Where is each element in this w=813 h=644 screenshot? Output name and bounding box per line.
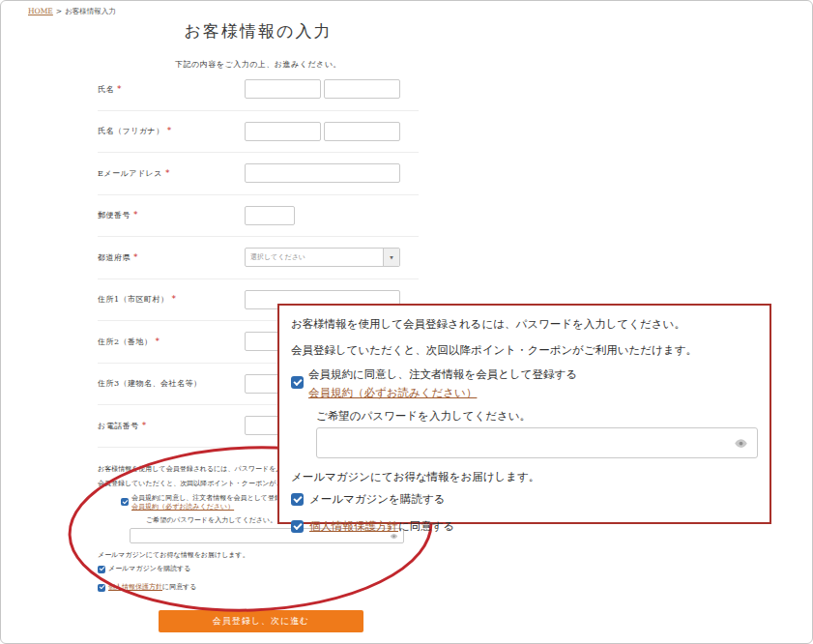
- zoom-password-label: ご希望のパスワードを入力してください。: [316, 409, 758, 424]
- prefecture-label: 都道府県*: [98, 252, 245, 263]
- email-input[interactable]: [245, 163, 400, 183]
- email-label: Eメールアドレス*: [98, 168, 245, 179]
- required-mark: *: [133, 210, 138, 220]
- chevron-down-icon[interactable]: ▼: [383, 249, 399, 266]
- privacy-label: 個人情報保護方針に同意する: [108, 583, 197, 592]
- required-mark: *: [165, 168, 170, 178]
- zoom-privacy-policy-link[interactable]: 個人情報保護方針: [309, 519, 398, 533]
- zoom-eye-icon[interactable]: [734, 436, 748, 454]
- breadcrumb-separator: >: [56, 7, 62, 15]
- required-mark: *: [142, 421, 147, 430]
- terms-agree-label: 会員規約に同意し、注文者情報を会員として登録する: [131, 494, 295, 503]
- kana-label: 氏名（フリガナ）*: [98, 126, 245, 136]
- zoom-privacy-checkbox[interactable]: [291, 520, 304, 533]
- page-header: お客様情報の入力 下記の内容をご入力の上、お進みください。: [98, 20, 419, 70]
- privacy-checkbox[interactable]: [98, 584, 105, 592]
- required-mark: *: [167, 126, 172, 135]
- zoom-member-benefit-text: 会員登録していただくと、次回以降ポイント・クーポンがご利用いただけます。: [291, 343, 758, 358]
- form-row-email: Eメールアドレス*: [98, 153, 419, 195]
- zoom-terms-link[interactable]: 会員規約（必ずお読みください）: [308, 386, 477, 400]
- address2-label: 住所2（番地）*: [98, 337, 245, 347]
- zoom-password-input[interactable]: [316, 427, 758, 458]
- last-name-kana-input[interactable]: [245, 122, 321, 141]
- breadcrumb-home-link[interactable]: HOME: [28, 7, 53, 15]
- newsletter-checkbox[interactable]: [98, 566, 105, 573]
- register-and-next-button[interactable]: 会員登録し、次に進む: [159, 610, 363, 632]
- form-row-kana: 氏名（フリガナ）*: [98, 111, 419, 154]
- terms-link[interactable]: 会員規約（必ずお読みください）: [131, 503, 234, 511]
- zoom-member-intro-text: お客様情報を使用して会員登録されるには、パスワードを入力してください。: [291, 317, 758, 332]
- zoom-newsletter-label: メールマガジンを購読する: [309, 492, 445, 507]
- privacy-policy-link[interactable]: 個人情報保護方針: [108, 583, 162, 591]
- form-row-prefecture: 都道府県* 選択してください ▼: [98, 237, 419, 279]
- zoom-privacy-label: 個人情報保護方針に同意する: [309, 519, 454, 534]
- required-mark: *: [117, 84, 122, 94]
- first-name-kana-input[interactable]: [324, 122, 400, 141]
- postal-label: 郵便番号*: [98, 210, 245, 220]
- required-mark: *: [133, 252, 138, 262]
- terms-agree-checkbox[interactable]: [121, 498, 129, 506]
- address1-label: 住所1（市区町村）*: [98, 294, 245, 305]
- address3-label: 住所3（建物名、会社名等）: [98, 378, 245, 389]
- zoom-callout: お客様情報を使用して会員登録されるには、パスワードを入力してください。 会員登録…: [277, 304, 771, 524]
- postal-code-input[interactable]: [245, 206, 295, 225]
- newsletter-info-text: メールマガジンにてお得な情報をお届けします。: [98, 551, 419, 560]
- form-row-name: 氏名*: [98, 69, 419, 111]
- breadcrumb: HOME>お客様情報入力: [28, 7, 116, 16]
- phone-label: お電話番号*: [98, 421, 245, 431]
- zoom-newsletter-checkbox[interactable]: [291, 493, 304, 506]
- customer-info-page: HOME>お客様情報入力 お客様情報の入力 下記の内容をご入力の上、お進みくださ…: [0, 0, 813, 644]
- newsletter-label: メールマガジンを購読する: [108, 565, 190, 573]
- page-title: お客様情報の入力: [98, 20, 419, 43]
- breadcrumb-current: お客様情報入力: [65, 7, 116, 15]
- prefecture-select[interactable]: 選択してください ▼: [245, 248, 400, 267]
- zoom-terms-agree-label: 会員規約に同意し、注文者情報を会員として登録する: [308, 367, 577, 382]
- zoom-newsletter-info-text: メールマガジンにてお得な情報をお届けします。: [291, 470, 758, 484]
- prefecture-select-value: 選択してください: [246, 249, 383, 266]
- zoom-terms-agree-checkbox[interactable]: [291, 376, 304, 389]
- form-row-postal: 郵便番号*: [98, 195, 419, 238]
- name-label: 氏名*: [98, 84, 245, 95]
- required-mark: *: [156, 337, 160, 346]
- required-mark: *: [172, 294, 177, 304]
- first-name-input[interactable]: [324, 79, 400, 99]
- last-name-input[interactable]: [245, 79, 321, 99]
